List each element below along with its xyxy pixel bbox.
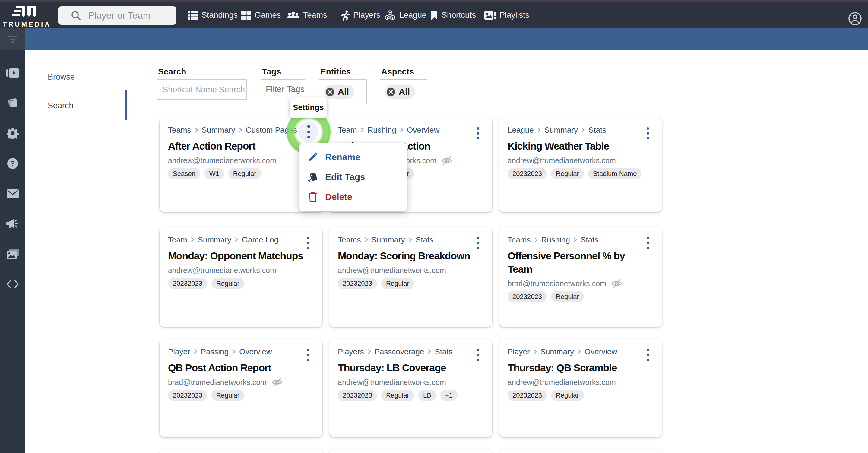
card-owner: andrew@trumedianetworks.com	[168, 155, 314, 165]
window-chrome-strip	[0, 0, 868, 2]
menu-item-label: Edit Tags	[325, 172, 365, 182]
nav-item-league[interactable]: League	[384, 2, 427, 28]
menu-item-browse[interactable]: Browse	[48, 72, 126, 82]
card-title: Monday: Scoring Breakdown	[338, 249, 477, 262]
breadcrumb-segment: Stats	[588, 125, 606, 135]
card-tags: 20232023Regular	[168, 390, 314, 401]
breadcrumb-segment: Overview	[407, 125, 439, 135]
sidebar-help-button[interactable]: ?	[0, 148, 25, 179]
remove-chip-icon[interactable]	[386, 87, 395, 96]
menu-scrollbar-thumb[interactable]	[125, 90, 127, 120]
card-breadcrumb: TeamsSummaryCustom Pages	[168, 125, 314, 135]
remove-chip-icon[interactable]	[326, 87, 335, 96]
card-owner: andrew@trumedianetworks.com	[338, 265, 484, 275]
tag-pill: 20232023	[507, 168, 547, 179]
shortcut-card[interactable]: PlayerSummaryOverview Thursday: QB Scram…	[499, 339, 662, 437]
filter-field-aspects: Aspects All	[380, 67, 427, 104]
filters-toggle-button[interactable]	[0, 28, 25, 50]
tag-pill: +1	[440, 390, 458, 401]
card-breadcrumb: PlayerPassingOverview	[168, 346, 314, 357]
shortcut-name-search-input[interactable]: Shortcut Name Search	[157, 79, 247, 100]
card-owner: andrew@trumedianetworks.com	[338, 377, 484, 387]
tag-pill: Regular	[551, 390, 584, 401]
card-owner-email: andrew@trumedianetworks.com	[168, 265, 276, 275]
menu-item-search[interactable]: Search	[48, 101, 126, 110]
breadcrumb-chevron-icon	[364, 237, 368, 243]
breadcrumb-chevron-icon	[367, 349, 371, 355]
shortcut-search-placeholder: Shortcut Name Search	[162, 85, 245, 94]
filter-field-search: Search Shortcut Name Search	[157, 67, 247, 100]
filter-label-search: Search	[158, 67, 247, 77]
shortcut-card[interactable]: TeamSummaryGame Log Monday: Opponent Mat…	[159, 227, 322, 327]
card-title: Offensive Personnel % by Team	[507, 249, 647, 276]
gear-icon	[7, 127, 19, 139]
shortcut-card[interactable]	[499, 449, 662, 453]
entities-chip-label: All	[338, 87, 349, 97]
entities-all-chip[interactable]: All	[324, 85, 354, 99]
card-title: Thursday: QB Scramble	[507, 361, 647, 374]
nav-item-teams[interactable]: Teams	[287, 2, 327, 28]
card-settings-kebab-button[interactable]	[476, 127, 480, 139]
card-settings-kebab-button[interactable]	[306, 349, 311, 361]
nav-item-players[interactable]: Players	[341, 2, 380, 28]
breadcrumb-segment: League	[507, 125, 534, 135]
menu-item-rename[interactable]: Rename	[299, 147, 407, 167]
sidebar-tags-button[interactable]	[0, 88, 25, 118]
account-avatar-icon[interactable]	[848, 12, 862, 27]
video-library-icon	[6, 67, 19, 79]
nav-item-games[interactable]: Games	[241, 2, 281, 28]
card-title: After Action Report	[168, 139, 307, 153]
shortcut-card[interactable]	[329, 449, 492, 453]
card-settings-kebab-button[interactable]	[645, 349, 650, 361]
sidebar-megaphone-button[interactable]	[0, 209, 25, 239]
hidden-eye-slash-icon	[611, 278, 622, 289]
card-settings-kebab-button[interactable]	[476, 349, 480, 361]
nav-item-label: Shortcuts	[441, 10, 476, 20]
shortcut-card[interactable]: PlayerPassingOverview QB Post Action Rep…	[159, 339, 322, 437]
sidebar-code-button[interactable]	[0, 269, 25, 299]
sidebar-mail-button[interactable]	[0, 179, 25, 209]
sidebar-gear-button[interactable]	[0, 118, 25, 148]
tag-pill: Stadium Name	[588, 168, 642, 179]
tag-pill: Regular	[211, 278, 244, 289]
settings-tooltip: Settings	[289, 97, 327, 118]
menu-item-delete[interactable]: Delete	[299, 187, 407, 207]
nav-item-playlists[interactable]: Playlists	[484, 2, 529, 28]
card-owner: andrew@trumedianetworks.com	[507, 377, 654, 387]
breadcrumb-segment: Overview	[239, 346, 272, 357]
breadcrumb-chevron-icon	[577, 349, 581, 355]
tag-pill: Regular	[381, 278, 414, 289]
card-settings-kebab-button[interactable]	[645, 237, 650, 249]
card-tags: SeasonW1Regular	[168, 168, 314, 179]
shortcut-card[interactable]	[159, 449, 322, 453]
breadcrumb-segment: Passcoverage	[375, 346, 424, 357]
shortcut-card[interactable]: TeamsRushingStats Offensive Personnel % …	[499, 227, 662, 327]
menu-item-edit-tags[interactable]: Edit Tags	[299, 167, 407, 187]
shortcuts-side-menu: Browse Search	[25, 50, 126, 453]
breadcrumb-segment: Teams	[338, 234, 361, 245]
tag-pill: 20232023	[507, 291, 547, 302]
shortcut-card[interactable]: PlayersPasscoverageStats Thursday: LB Co…	[329, 339, 492, 437]
breadcrumb-segment: Summary	[545, 125, 578, 135]
sidebar-video-library-button[interactable]	[0, 58, 25, 88]
hidden-eye-slash-icon	[441, 155, 453, 165]
nav-item-standings[interactable]: Standings	[188, 2, 238, 28]
svg-text:?: ?	[10, 159, 15, 168]
card-owner-email: andrew@trumedianetworks.com	[507, 155, 616, 165]
shortcut-card[interactable]: LeagueSummaryStats Kicking Weather Table…	[499, 117, 662, 212]
onboarding-highlight-ring	[294, 118, 323, 147]
sidebar-images-button[interactable]	[0, 239, 25, 269]
league-cubes-icon	[384, 10, 399, 21]
card-settings-kebab-button[interactable]	[645, 127, 650, 139]
breadcrumb-segment: Player	[507, 346, 530, 357]
nav-item-shortcuts[interactable]: Shortcuts	[431, 2, 476, 28]
aspects-all-chip[interactable]: All	[385, 85, 415, 99]
tag-pill: 20232023	[338, 278, 377, 289]
tag-pill: Regular	[551, 168, 584, 179]
shortcut-card[interactable]: TeamsSummaryStats Monday: Scoring Breakd…	[329, 227, 492, 327]
aspects-filter-box[interactable]: All	[380, 79, 427, 104]
tags-icon	[7, 97, 19, 109]
nav-item-label: Teams	[303, 10, 327, 20]
card-settings-kebab-button[interactable]	[476, 237, 480, 249]
card-settings-kebab-button[interactable]	[306, 237, 311, 249]
